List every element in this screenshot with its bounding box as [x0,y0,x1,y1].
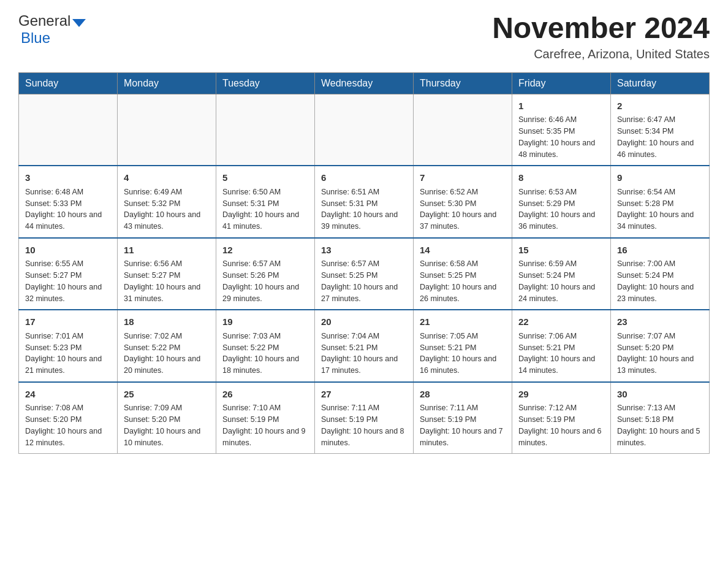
day-number: 27 [321,388,407,402]
day-info: Sunrise: 7:04 AMSunset: 5:21 PMDaylight:… [321,331,407,377]
table-row: 18Sunrise: 7:02 AMSunset: 5:22 PMDayligh… [118,310,216,382]
table-row: 5Sunrise: 6:50 AMSunset: 5:31 PMDaylight… [216,166,315,238]
day-info: Sunrise: 7:09 AMSunset: 5:20 PMDaylight:… [124,402,210,448]
table-row: 10Sunrise: 6:55 AMSunset: 5:27 PMDayligh… [19,238,118,310]
day-info: Sunrise: 7:06 AMSunset: 5:21 PMDaylight:… [518,331,604,377]
day-info: Sunrise: 7:13 AMSunset: 5:18 PMDaylight:… [617,402,703,448]
col-monday: Monday [118,72,216,94]
table-row: 8Sunrise: 6:53 AMSunset: 5:29 PMDaylight… [512,166,611,238]
day-info: Sunrise: 6:47 AMSunset: 5:34 PMDaylight:… [617,114,703,160]
day-info: Sunrise: 6:57 AMSunset: 5:25 PMDaylight:… [321,258,407,304]
day-number: 15 [518,243,604,258]
table-row: 23Sunrise: 7:07 AMSunset: 5:20 PMDayligh… [611,310,710,382]
col-saturday: Saturday [611,72,710,94]
table-row: 28Sunrise: 7:11 AMSunset: 5:19 PMDayligh… [414,382,512,454]
table-row: 27Sunrise: 7:11 AMSunset: 5:19 PMDayligh… [315,382,414,454]
title-section: November 2024 Carefree, Arizona, United … [492,12,710,61]
calendar-table: Sunday Monday Tuesday Wednesday Thursday… [18,72,710,454]
day-info: Sunrise: 6:52 AMSunset: 5:30 PMDaylight:… [420,186,506,232]
day-number: 25 [124,388,210,402]
table-row [414,94,512,166]
table-row: 12Sunrise: 6:57 AMSunset: 5:26 PMDayligh… [216,238,315,310]
table-row: 6Sunrise: 6:51 AMSunset: 5:31 PMDaylight… [315,166,414,238]
day-number: 30 [617,388,703,402]
day-number: 23 [617,315,703,329]
calendar-week-row: 10Sunrise: 6:55 AMSunset: 5:27 PMDayligh… [19,238,710,310]
day-number: 17 [25,315,111,329]
day-info: Sunrise: 7:07 AMSunset: 5:20 PMDaylight:… [617,331,703,377]
day-number: 4 [124,171,210,185]
day-number: 13 [321,243,407,258]
day-info: Sunrise: 6:58 AMSunset: 5:25 PMDaylight:… [420,258,506,304]
table-row: 20Sunrise: 7:04 AMSunset: 5:21 PMDayligh… [315,310,414,382]
day-number: 1 [518,99,604,113]
table-row: 13Sunrise: 6:57 AMSunset: 5:25 PMDayligh… [315,238,414,310]
day-info: Sunrise: 6:49 AMSunset: 5:32 PMDaylight:… [124,186,210,232]
day-number: 14 [420,243,506,258]
col-wednesday: Wednesday [315,72,414,94]
day-info: Sunrise: 6:53 AMSunset: 5:29 PMDaylight:… [518,186,604,232]
calendar-week-row: 24Sunrise: 7:08 AMSunset: 5:20 PMDayligh… [19,382,710,454]
table-row: 17Sunrise: 7:01 AMSunset: 5:23 PMDayligh… [19,310,118,382]
day-info: Sunrise: 6:46 AMSunset: 5:35 PMDaylight:… [518,114,604,160]
header: General Blue November 2024 Carefree, Ari… [18,12,710,61]
table-row: 19Sunrise: 7:03 AMSunset: 5:22 PMDayligh… [216,310,315,382]
table-row: 25Sunrise: 7:09 AMSunset: 5:20 PMDayligh… [118,382,216,454]
table-row: 4Sunrise: 6:49 AMSunset: 5:32 PMDaylight… [118,166,216,238]
day-info: Sunrise: 6:54 AMSunset: 5:28 PMDaylight:… [617,186,703,232]
table-row [19,94,118,166]
calendar-week-row: 17Sunrise: 7:01 AMSunset: 5:23 PMDayligh… [19,310,710,382]
calendar-header-row: Sunday Monday Tuesday Wednesday Thursday… [19,72,710,94]
day-number: 24 [25,388,111,402]
table-row: 26Sunrise: 7:10 AMSunset: 5:19 PMDayligh… [216,382,315,454]
table-row: 1Sunrise: 6:46 AMSunset: 5:35 PMDaylight… [512,94,611,166]
table-row: 22Sunrise: 7:06 AMSunset: 5:21 PMDayligh… [512,310,611,382]
table-row: 16Sunrise: 7:00 AMSunset: 5:24 PMDayligh… [611,238,710,310]
logo-general-text: General [18,12,70,29]
table-row: 14Sunrise: 6:58 AMSunset: 5:25 PMDayligh… [414,238,512,310]
day-info: Sunrise: 7:05 AMSunset: 5:21 PMDaylight:… [420,331,506,377]
table-row [315,94,414,166]
table-row: 7Sunrise: 6:52 AMSunset: 5:30 PMDaylight… [414,166,512,238]
table-row: 15Sunrise: 6:59 AMSunset: 5:24 PMDayligh… [512,238,611,310]
day-info: Sunrise: 6:48 AMSunset: 5:33 PMDaylight:… [25,186,111,232]
day-info: Sunrise: 6:56 AMSunset: 5:27 PMDaylight:… [124,258,210,304]
day-number: 2 [617,99,703,113]
day-info: Sunrise: 7:01 AMSunset: 5:23 PMDaylight:… [25,331,111,377]
day-number: 7 [420,171,506,185]
day-number: 3 [25,171,111,185]
table-row: 21Sunrise: 7:05 AMSunset: 5:21 PMDayligh… [414,310,512,382]
logo: General Blue [18,12,86,47]
day-info: Sunrise: 7:11 AMSunset: 5:19 PMDaylight:… [321,402,407,448]
col-tuesday: Tuesday [216,72,315,94]
calendar-week-row: 1Sunrise: 6:46 AMSunset: 5:35 PMDaylight… [19,94,710,166]
table-row: 3Sunrise: 6:48 AMSunset: 5:33 PMDaylight… [19,166,118,238]
day-info: Sunrise: 7:10 AMSunset: 5:19 PMDaylight:… [222,402,308,448]
day-info: Sunrise: 6:59 AMSunset: 5:24 PMDaylight:… [518,258,604,304]
day-number: 11 [124,243,210,258]
table-row [118,94,216,166]
table-row: 30Sunrise: 7:13 AMSunset: 5:18 PMDayligh… [611,382,710,454]
day-number: 20 [321,315,407,329]
calendar-week-row: 3Sunrise: 6:48 AMSunset: 5:33 PMDaylight… [19,166,710,238]
col-thursday: Thursday [414,72,512,94]
table-row: 11Sunrise: 6:56 AMSunset: 5:27 PMDayligh… [118,238,216,310]
calendar-title: November 2024 [492,12,710,45]
table-row: 29Sunrise: 7:12 AMSunset: 5:19 PMDayligh… [512,382,611,454]
day-info: Sunrise: 6:50 AMSunset: 5:31 PMDaylight:… [222,186,308,232]
day-info: Sunrise: 6:51 AMSunset: 5:31 PMDaylight:… [321,186,407,232]
day-info: Sunrise: 7:08 AMSunset: 5:20 PMDaylight:… [25,402,111,448]
col-sunday: Sunday [19,72,118,94]
logo-blue-text: Blue [21,29,50,47]
table-row: 2Sunrise: 6:47 AMSunset: 5:34 PMDaylight… [611,94,710,166]
day-info: Sunrise: 7:00 AMSunset: 5:24 PMDaylight:… [617,258,703,304]
day-info: Sunrise: 6:55 AMSunset: 5:27 PMDaylight:… [25,258,111,304]
day-info: Sunrise: 7:02 AMSunset: 5:22 PMDaylight:… [124,331,210,377]
day-number: 22 [518,315,604,329]
day-number: 6 [321,171,407,185]
day-number: 29 [518,388,604,402]
day-info: Sunrise: 7:11 AMSunset: 5:19 PMDaylight:… [420,402,506,448]
table-row: 24Sunrise: 7:08 AMSunset: 5:20 PMDayligh… [19,382,118,454]
table-row [216,94,315,166]
day-info: Sunrise: 6:57 AMSunset: 5:26 PMDaylight:… [222,258,308,304]
